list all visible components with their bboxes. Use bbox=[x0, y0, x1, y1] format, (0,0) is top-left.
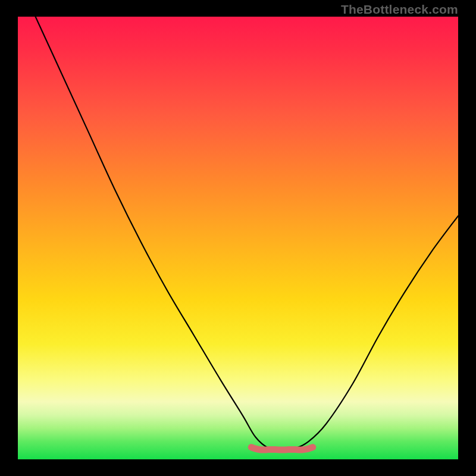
curve-svg bbox=[18, 17, 458, 459]
bottleneck-curve-path bbox=[36, 17, 458, 450]
flat-bottom-marker bbox=[251, 447, 313, 450]
plot-area bbox=[18, 17, 458, 459]
watermark-text: TheBottleneck.com bbox=[341, 2, 458, 17]
chart-frame: TheBottleneck.com bbox=[0, 0, 476, 476]
